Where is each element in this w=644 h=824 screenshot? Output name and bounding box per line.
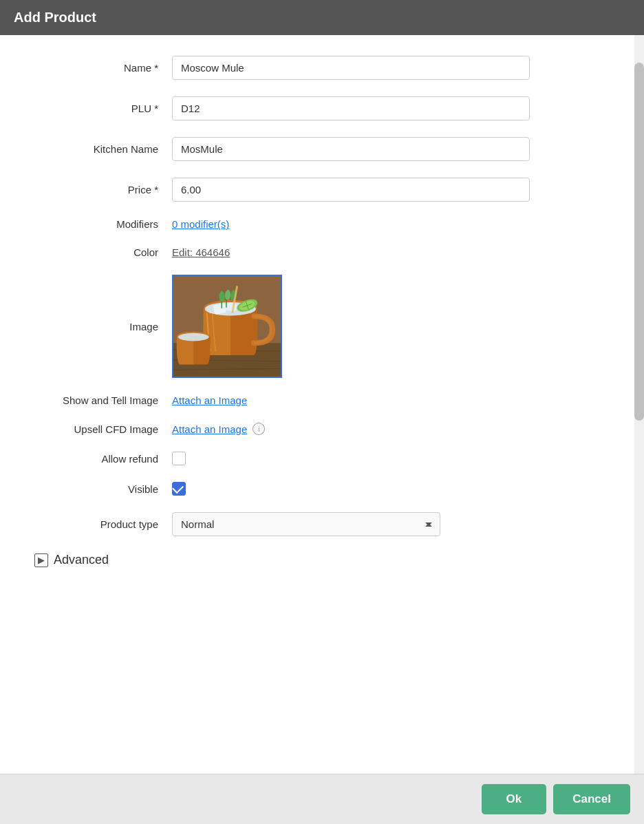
svg-rect-8	[226, 302, 237, 311]
allow-refund-checkbox[interactable]	[172, 452, 186, 465]
ok-button[interactable]: Ok	[482, 784, 547, 814]
kitchen-name-row: Kitchen Name	[21, 137, 603, 161]
name-input[interactable]	[172, 56, 530, 80]
allow-refund-label: Allow refund	[21, 453, 172, 465]
plu-label: PLU *	[21, 103, 172, 114]
image-label: Image	[21, 321, 172, 332]
allow-refund-row: Allow refund	[21, 452, 603, 465]
modifiers-row: Modifiers 0 modifier(s)	[21, 218, 603, 230]
modifiers-link[interactable]: 0 modifier(s)	[172, 218, 229, 230]
plu-input[interactable]	[172, 96, 530, 120]
visible-label: Visible	[21, 483, 172, 495]
upsell-link[interactable]: Attach an Image	[172, 423, 247, 435]
color-label: Color	[21, 246, 172, 258]
product-image-svg	[173, 275, 281, 378]
show-tell-link[interactable]: Attach an Image	[172, 394, 247, 406]
plu-row: PLU *	[21, 96, 603, 120]
kitchen-name-label: Kitchen Name	[21, 143, 172, 155]
product-type-select[interactable]: Normal Modifier Bundle	[172, 512, 440, 536]
advanced-row: ▶ Advanced	[21, 553, 603, 567]
advanced-toggle-icon[interactable]: ▶	[34, 553, 48, 567]
modifiers-label: Modifiers	[21, 218, 172, 230]
scrollbar-thumb[interactable]	[634, 63, 644, 421]
color-row: Color Edit: 464646	[21, 246, 603, 258]
product-image[interactable]	[172, 275, 282, 378]
scrollbar-track[interactable]	[634, 35, 644, 774]
cancel-button[interactable]: Cancel	[553, 784, 630, 814]
info-icon[interactable]: i	[253, 423, 265, 435]
dialog-title: Add Product	[14, 10, 96, 25]
show-tell-label: Show and Tell Image	[21, 394, 172, 406]
price-row: Price *	[21, 178, 603, 202]
kitchen-name-input[interactable]	[172, 137, 530, 161]
color-link[interactable]: Edit: 464646	[172, 246, 230, 258]
add-product-dialog: Add Product Name * PLU * Kitchen Name Pr…	[0, 0, 644, 824]
image-row: Image	[21, 275, 603, 378]
price-input[interactable]	[172, 178, 530, 202]
visible-checkbox[interactable]	[172, 482, 186, 496]
svg-point-10	[178, 333, 209, 341]
dialog-footer: Ok Cancel	[0, 774, 644, 824]
upsell-attach: Attach an Image i	[172, 423, 265, 435]
show-tell-attach: Attach an Image	[172, 394, 247, 406]
upsell-label: Upsell CFD Image	[21, 423, 172, 435]
show-tell-row: Show and Tell Image Attach an Image	[21, 394, 603, 406]
advanced-label[interactable]: Advanced	[54, 553, 109, 567]
dialog-body: Name * PLU * Kitchen Name Price * Modifi…	[0, 35, 644, 774]
dialog-header: Add Product	[0, 0, 644, 35]
upsell-row: Upsell CFD Image Attach an Image i	[21, 423, 603, 435]
name-label: Name *	[21, 62, 172, 74]
product-type-row: Product type Normal Modifier Bundle	[21, 512, 603, 536]
name-row: Name *	[21, 56, 603, 80]
price-label: Price *	[21, 184, 172, 196]
visible-row: Visible	[21, 482, 603, 496]
product-type-label: Product type	[21, 518, 172, 530]
